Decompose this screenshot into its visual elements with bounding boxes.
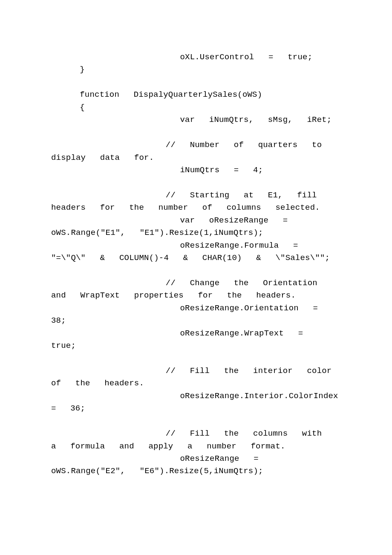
code-line: iNumQtrs = 4; xyxy=(51,165,263,175)
code-line: oResizeRange.Orientation = 38; xyxy=(51,304,332,325)
code-line: // Fill the columns with a formula and a… xyxy=(51,429,336,451)
code-page: oXL.UserControl = true; } function Dispa… xyxy=(0,0,392,555)
code-line: // Change the Orientation and WrapText p… xyxy=(51,278,331,300)
code-line: oResizeRange.Interior.ColorIndex = 36; xyxy=(51,391,352,413)
code-line: // Fill the interior color of the header… xyxy=(51,366,346,388)
code-line: var oResizeRange = oWS.Range("E1", "E1")… xyxy=(51,216,302,237)
code-line: oResizeRange = oWS.Range("E2", "E6").Res… xyxy=(51,454,273,476)
code-line: oXL.UserControl = true; xyxy=(51,52,312,62)
code-line: } xyxy=(51,65,85,74)
code-line: { xyxy=(51,103,85,112)
code-line: // Starting at E1, fill headers for the … xyxy=(51,191,331,212)
code-line: oResizeRange.Formula = "=\"Q\" & COLUMN(… xyxy=(51,241,330,263)
code-line: function DispalyQuarterlySales(oWS) xyxy=(51,90,262,99)
code-line: // Number of quarters to display data fo… xyxy=(51,140,336,162)
code-line: oResizeRange.WrapText = true; xyxy=(51,329,317,350)
code-line: var iNumQtrs, sMsg, iRet; xyxy=(51,115,331,124)
